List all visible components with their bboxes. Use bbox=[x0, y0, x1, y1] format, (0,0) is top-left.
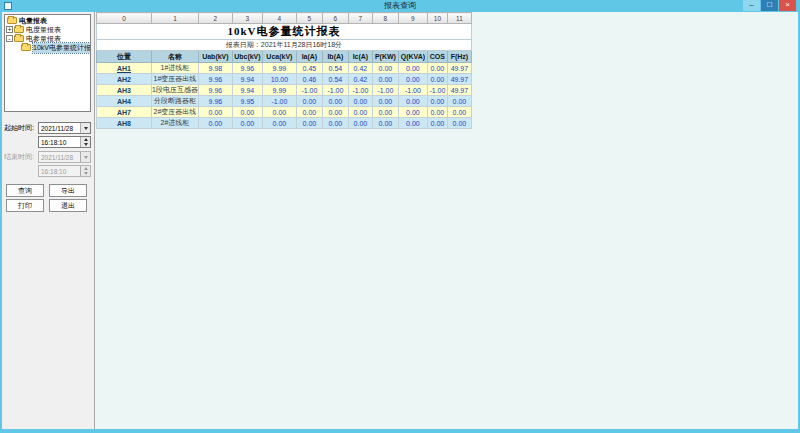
titlebar[interactable]: 报表查询 – □ × bbox=[2, 0, 798, 12]
grid-cell[interactable]: 0.00 bbox=[296, 118, 322, 129]
grid-cell[interactable]: 0.00 bbox=[262, 107, 296, 118]
grid-cell[interactable]: 49.97 bbox=[447, 63, 471, 74]
grid-column-header[interactable]: 5 bbox=[296, 13, 322, 24]
grid-cell[interactable]: -1.00 bbox=[427, 85, 447, 96]
grid-cell[interactable]: 0.54 bbox=[322, 74, 348, 85]
grid-cell[interactable]: 0.00 bbox=[398, 63, 427, 74]
grid-column-header[interactable]: 2 bbox=[198, 13, 232, 24]
grid-cell[interactable]: 0.00 bbox=[447, 96, 471, 107]
grid-cell[interactable]: 0.00 bbox=[372, 96, 398, 107]
grid-cell[interactable]: 0.00 bbox=[427, 63, 447, 74]
grid-cell[interactable]: 0.00 bbox=[398, 107, 427, 118]
grid-cell[interactable]: 0.00 bbox=[447, 118, 471, 129]
grid-cell[interactable]: 0.00 bbox=[322, 96, 348, 107]
field-header[interactable]: Q(KVA) bbox=[398, 51, 427, 63]
grid-column-header[interactable]: 6 bbox=[322, 13, 348, 24]
grid-column-header[interactable]: 11 bbox=[447, 13, 471, 24]
grid-cell[interactable]: 0.00 bbox=[296, 107, 322, 118]
collapse-minus-icon[interactable]: - bbox=[6, 35, 13, 42]
maximize-button[interactable]: □ bbox=[761, 0, 778, 11]
grid-cell[interactable]: 0.00 bbox=[372, 107, 398, 118]
grid-cell[interactable]: 0.00 bbox=[427, 118, 447, 129]
grid-column-header[interactable]: 3 bbox=[232, 13, 262, 24]
expand-plus-icon[interactable]: + bbox=[6, 26, 13, 33]
grid-cell[interactable]: 0.54 bbox=[322, 63, 348, 74]
field-header[interactable]: Uab(kV) bbox=[198, 51, 232, 63]
grid-cell[interactable]: AH2 bbox=[97, 74, 152, 85]
spreadsheet-area[interactable]: 0123456789101110kV电参量统计报表报表日期：2021年11月28… bbox=[94, 12, 798, 429]
field-header[interactable]: Uca(kV) bbox=[262, 51, 296, 63]
grid-cell[interactable]: 9.99 bbox=[262, 85, 296, 96]
grid-cell[interactable]: 0.00 bbox=[322, 118, 348, 129]
field-header[interactable]: 名称 bbox=[152, 51, 199, 63]
grid-cell[interactable]: 9.96 bbox=[232, 63, 262, 74]
field-header[interactable]: Ic(A) bbox=[348, 51, 372, 63]
grid-cell[interactable]: 0.00 bbox=[398, 96, 427, 107]
grid-cell[interactable]: 9.98 bbox=[198, 63, 232, 74]
grid-cell[interactable]: 0.45 bbox=[296, 63, 322, 74]
grid-cell[interactable]: 0.00 bbox=[427, 96, 447, 107]
tree-node-10kv-statistics-report[interactable]: 10kV电参量统计报表 bbox=[6, 43, 89, 52]
field-header[interactable]: F(Hz) bbox=[447, 51, 471, 63]
grid-cell[interactable]: 10.00 bbox=[262, 74, 296, 85]
grid-cell[interactable]: 2#变压器出线 bbox=[152, 107, 199, 118]
grid-cell[interactable]: -1.00 bbox=[348, 85, 372, 96]
grid-cell[interactable]: 0.42 bbox=[348, 74, 372, 85]
field-header[interactable]: 位置 bbox=[97, 51, 152, 63]
print-button[interactable]: 打印 bbox=[6, 199, 44, 212]
grid-cell[interactable]: 0.42 bbox=[348, 63, 372, 74]
grid-column-header[interactable]: 4 bbox=[262, 13, 296, 24]
grid-cell[interactable]: 9.96 bbox=[198, 74, 232, 85]
grid-cell[interactable]: -1.00 bbox=[296, 85, 322, 96]
grid-cell[interactable]: 分段断路器柜 bbox=[152, 96, 199, 107]
grid-cell[interactable]: 49.97 bbox=[447, 74, 471, 85]
grid-cell[interactable]: 0.00 bbox=[398, 74, 427, 85]
grid-column-header[interactable]: 0 bbox=[97, 13, 152, 24]
grid-cell[interactable]: 0.00 bbox=[198, 118, 232, 129]
spinner-arrows-icon[interactable] bbox=[80, 137, 90, 147]
grid-cell[interactable]: 49.97 bbox=[447, 85, 471, 96]
grid-column-header[interactable]: 8 bbox=[372, 13, 398, 24]
grid-cell[interactable]: 1段电压互感器 bbox=[152, 85, 199, 96]
grid-cell[interactable]: 0.00 bbox=[348, 118, 372, 129]
grid-cell[interactable]: 0.00 bbox=[372, 118, 398, 129]
grid-cell[interactable]: 0.00 bbox=[232, 107, 262, 118]
field-header[interactable]: Ib(A) bbox=[322, 51, 348, 63]
exit-button[interactable]: 退出 bbox=[49, 199, 87, 212]
grid-cell[interactable]: 9.94 bbox=[232, 85, 262, 96]
start-time-spinner[interactable]: 16:18:10 bbox=[38, 136, 91, 148]
grid-cell[interactable]: 9.95 bbox=[232, 96, 262, 107]
grid-cell[interactable]: 9.96 bbox=[198, 85, 232, 96]
grid-cell[interactable]: 0.00 bbox=[232, 118, 262, 129]
grid-cell[interactable]: AH3 bbox=[97, 85, 152, 96]
grid-cell[interactable]: -1.00 bbox=[398, 85, 427, 96]
grid-cell[interactable]: 0.00 bbox=[398, 118, 427, 129]
close-button[interactable]: × bbox=[779, 0, 796, 11]
grid-column-header[interactable]: 9 bbox=[398, 13, 427, 24]
grid-cell[interactable]: 0.00 bbox=[348, 96, 372, 107]
grid-cell[interactable]: -1.00 bbox=[372, 85, 398, 96]
grid-cell[interactable]: 0.00 bbox=[198, 107, 232, 118]
grid-cell[interactable]: 1#变压器出线 bbox=[152, 74, 199, 85]
grid-cell[interactable]: 0.00 bbox=[322, 107, 348, 118]
grid-cell[interactable]: 9.96 bbox=[198, 96, 232, 107]
grid-cell[interactable]: 0.00 bbox=[262, 118, 296, 129]
field-header[interactable]: P(KW) bbox=[372, 51, 398, 63]
grid-column-header[interactable]: 7 bbox=[348, 13, 372, 24]
grid-cell[interactable]: 0.00 bbox=[296, 96, 322, 107]
query-button[interactable]: 查询 bbox=[6, 184, 44, 197]
grid-cell[interactable]: 0.00 bbox=[427, 74, 447, 85]
grid-cell[interactable]: 1#进线柜 bbox=[152, 63, 199, 74]
start-date-picker[interactable]: 2021/11/28 bbox=[38, 122, 91, 134]
grid-cell[interactable]: 0.00 bbox=[427, 107, 447, 118]
grid-column-header[interactable]: 10 bbox=[427, 13, 447, 24]
grid-cell[interactable]: 0.00 bbox=[447, 107, 471, 118]
grid-cell[interactable]: 0.00 bbox=[348, 107, 372, 118]
field-header[interactable]: Ia(A) bbox=[296, 51, 322, 63]
field-header[interactable]: Ubc(kV) bbox=[232, 51, 262, 63]
grid-cell[interactable]: 2#进线柜 bbox=[152, 118, 199, 129]
grid-column-header[interactable]: 1 bbox=[152, 13, 199, 24]
grid-cell[interactable]: 9.94 bbox=[232, 74, 262, 85]
grid-cell[interactable]: 9.99 bbox=[262, 63, 296, 74]
grid-cell[interactable]: -1.00 bbox=[262, 96, 296, 107]
